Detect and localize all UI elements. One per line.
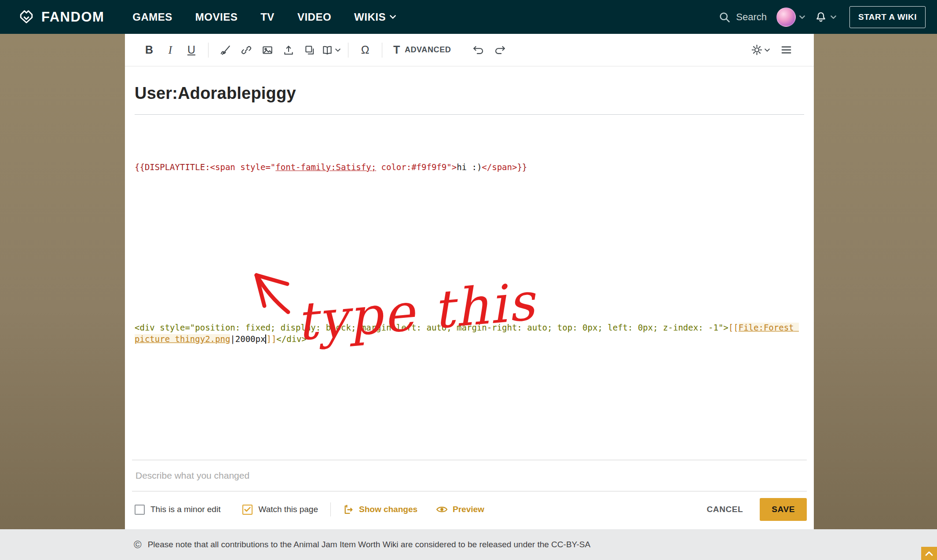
code-token: <span style=" [210,162,276,172]
show-changes-icon [343,504,354,515]
undo-icon [472,45,485,55]
search-icon [718,11,731,23]
signature-button[interactable] [216,40,234,60]
transclude-icon [304,44,315,56]
code-token: hi :) [457,162,482,172]
image-button[interactable] [258,40,277,60]
page-title: User:Adorablepiggy [135,84,804,103]
code-token: font-family:Satisfy; [275,162,376,172]
minor-edit-label: This is a minor edit [150,505,220,514]
editor-panel: B I U Ω [125,34,814,529]
chevron-down-icon [799,15,805,19]
cancel-button[interactable]: CANCEL [707,505,743,514]
editor-settings-button[interactable] [751,40,770,60]
show-changes-label: Show changes [359,505,417,514]
save-button[interactable]: SAVE [760,498,807,521]
user-menu-button[interactable] [776,7,805,27]
gear-icon [751,44,763,56]
italic-button[interactable]: I [161,40,179,60]
editor-toolbar: B I U Ω [125,34,814,66]
edit-summary-input[interactable] [132,460,807,491]
controls-divider [330,502,331,516]
hamburger-menu-icon [780,44,792,56]
toolbar-separator [382,43,382,58]
watch-page-label: Watch this page [258,505,318,514]
nav-item-games[interactable]: GAMES [132,11,172,23]
code-line-displaytitle: {{DISPLAYTITLE:<span style="font-family:… [135,161,804,173]
search-button[interactable]: Search [718,11,767,23]
special-characters-button[interactable]: Ω [356,40,374,60]
upload-icon [283,44,294,56]
fandom-logo-icon [18,7,35,27]
copyright-icon: © [134,539,142,550]
nav-item-video[interactable]: VIDEO [297,11,331,23]
code-token: | [230,334,235,344]
code-token: </span> [482,162,517,172]
checkbox-checked-icon [242,505,253,515]
edit-summary-section [132,460,807,491]
code-token: <div style="position: fixed; display: bl… [135,323,728,332]
code-token: }} [517,162,527,172]
preview-button[interactable]: Preview [436,505,484,514]
nav-links: GAMES MOVIES TV VIDEO WIKIS [132,11,396,23]
search-label: Search [736,11,767,23]
editor-controls: This is a minor edit Watch this page Sho… [135,497,807,522]
preview-label: Preview [453,505,484,514]
signature-icon [220,44,231,56]
watch-page-checkbox[interactable]: Watch this page [242,505,318,515]
scroll-to-top-button[interactable] [921,547,937,560]
image-icon [262,44,273,56]
source-editor[interactable]: {{DISPLAYTITLE:<span style="font-family:… [135,138,804,367]
editor-menu-button[interactable] [777,40,795,60]
footer-license-bar: © Please note that all contributions to … [0,529,937,560]
redo-button[interactable] [490,40,509,60]
upload-button[interactable] [279,40,298,60]
bold-button[interactable]: B [140,40,158,60]
redo-icon [494,45,506,55]
nav-item-movies[interactable]: MOVIES [195,11,238,23]
chevron-down-icon [335,48,340,52]
code-blank-lines [135,196,804,299]
nav-right-cluster: Search START A WIKI [718,6,926,28]
code-token: color:#f9f9f9"> [376,162,457,172]
link-button[interactable] [237,40,256,60]
preview-eye-icon [436,505,448,514]
advanced-button[interactable]: T ADVANCED [390,44,454,56]
nav-item-tv[interactable]: TV [260,11,275,23]
code-token: ]] [266,334,276,344]
underline-button[interactable]: U [182,40,201,60]
nav-item-wikis[interactable]: WIKIS [354,11,396,23]
code-token: [[ [728,323,739,332]
transclude-button[interactable] [300,40,319,60]
dictionary-button[interactable] [322,40,340,60]
checkbox-unchecked-icon [135,505,145,515]
notifications-button[interactable] [815,11,836,23]
code-token: {{DISPLAYTITLE: [135,162,210,172]
screen: FANDOM GAMES MOVIES TV VIDEO WIKIS Searc… [0,0,937,560]
brand-wordmark: FANDOM [41,9,104,25]
check-icon [244,507,251,512]
chevron-down-icon [390,15,396,19]
book-icon [322,44,333,56]
scroll-top-icon [925,550,933,556]
omega-icon: Ω [361,44,370,56]
license-notice: Please note that all contributions to th… [148,540,590,549]
minor-edit-checkbox[interactable]: This is a minor edit [135,505,220,515]
toolbar-separator [348,43,348,58]
avatar [776,7,796,27]
code-line-div-file: <div style="position: fixed; display: bl… [135,322,804,345]
code-token: 2000px [235,334,266,344]
toolbar-right-group [751,40,795,60]
show-changes-button[interactable]: Show changes [343,504,417,515]
code-token: </div> [276,334,307,344]
top-navbar: FANDOM GAMES MOVIES TV VIDEO WIKIS Searc… [0,0,937,34]
advanced-label: ADVANCED [405,45,451,55]
title-divider [135,114,804,115]
undo-button[interactable] [469,40,488,60]
bell-icon [815,11,827,23]
toolbar-separator [208,43,209,58]
chevron-down-icon [831,15,836,19]
text-t-icon: T [393,44,400,56]
fandom-logo-link[interactable]: FANDOM [18,7,104,27]
start-a-wiki-button[interactable]: START A WIKI [849,6,926,28]
